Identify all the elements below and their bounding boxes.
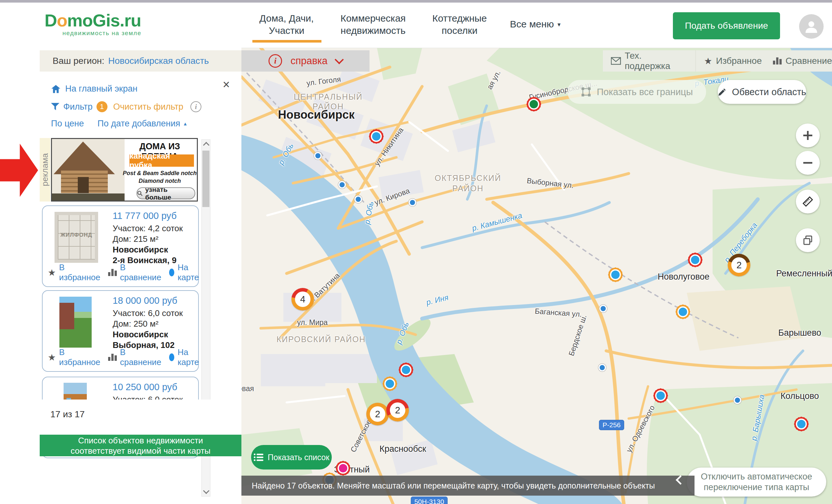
ad-house-photo — [52, 139, 125, 201]
caret-down-icon: ▼ — [556, 22, 562, 28]
scroll-up-icon[interactable] — [203, 142, 209, 148]
plus-icon — [802, 130, 813, 141]
cluster-marker[interactable]: 4 — [291, 288, 314, 310]
layers-icon — [802, 235, 813, 246]
ad-banner[interactable]: ДОМА ИЗ БРЕВНА канадская рубка Post & Be… — [51, 138, 198, 201]
logo-text: DomoGis.ru — [45, 11, 141, 29]
bar-chart-icon — [108, 354, 117, 361]
compare-link[interactable]: В сравнение — [120, 262, 161, 282]
nav-cottage-villages[interactable]: Коттеджныепоселки — [432, 12, 487, 36]
property-marker[interactable] — [383, 376, 397, 391]
draw-area-label: Обвести область — [732, 87, 806, 97]
header: DomoGis.ru недвижимость на земле Дома, Д… — [0, 3, 832, 48]
favorite-link[interactable]: В избранное — [59, 347, 100, 367]
scroll-down-icon[interactable] — [203, 487, 209, 494]
nav-all-menu[interactable]: Все меню▼ — [510, 18, 562, 30]
pencil-icon — [718, 87, 727, 96]
draw-area-button[interactable]: Обвести область — [718, 80, 806, 104]
show-list-label: Показать список — [268, 453, 330, 462]
home-icon — [51, 84, 61, 93]
close-icon[interactable]: × — [223, 78, 230, 91]
property-marker[interactable] — [399, 363, 413, 377]
site-logo[interactable]: DomoGis.ru недвижимость на земле — [45, 11, 141, 37]
show-all-borders-button[interactable]: Показать все границы — [567, 80, 706, 104]
tech-support-link[interactable]: Тех. поддержка — [611, 51, 687, 71]
ruler-icon — [801, 195, 814, 208]
property-marker[interactable] — [369, 129, 383, 143]
zoom-out-button[interactable] — [796, 151, 820, 175]
filter-info-icon[interactable]: i — [190, 101, 201, 112]
info-icon: i — [268, 54, 282, 68]
map-status-bar: Найдено 17 объектов. Меняйте масштаб или… — [241, 476, 695, 496]
comparison-link[interactable]: Сравнение — [773, 56, 832, 66]
star-icon: ★ — [704, 56, 712, 66]
ad-subtitle: канадская рубка — [129, 155, 194, 167]
map-type-toggle-line2: переключение типа карты — [704, 482, 809, 493]
region-link[interactable]: Новосибирская область — [108, 56, 209, 66]
listing-price[interactable]: 11 777 000 руб — [113, 211, 183, 221]
listing-area: Участок: 4,2 соток — [113, 223, 183, 234]
cluster-marker[interactable]: 2 — [366, 403, 389, 425]
home-screen-link[interactable]: На главный экран — [51, 84, 137, 94]
sort-caret-up-icon: ▲ — [183, 121, 187, 127]
listing-area: Участок: 6,0 соток — [113, 308, 183, 318]
listing-city: Новосибирск — [113, 329, 183, 340]
listing-thumbnail[interactable]: ЖИЛФОНД — [55, 212, 98, 263]
on-map-link[interactable]: На карте — [178, 262, 201, 282]
scrollbar-thumb[interactable] — [202, 150, 209, 207]
listing-price[interactable]: 10 250 000 руб — [113, 382, 189, 392]
nav-homes-dachas[interactable]: Дома, Дачи,Участки — [259, 12, 314, 36]
sort-row: По цене По дате добавления ▲ — [51, 119, 187, 129]
ad-feature-line2: Diamond notch — [122, 178, 197, 185]
property-marker[interactable] — [336, 461, 350, 475]
filter-count-badge: 1 — [97, 101, 107, 112]
copy-map-button[interactable] — [796, 228, 820, 252]
submit-listing-button[interactable]: Подать объявление — [673, 12, 780, 39]
comparison-label: Сравнение — [785, 56, 832, 66]
property-marker[interactable] — [676, 305, 690, 319]
cluster-marker[interactable]: 2 — [386, 399, 409, 421]
property-marker[interactable] — [608, 268, 623, 282]
map-canvas[interactable] — [241, 48, 832, 504]
on-map-link[interactable]: На карте — [178, 347, 201, 367]
sort-by-date-link[interactable]: По дате добавления — [98, 119, 180, 129]
listing-thumbnail[interactable] — [59, 297, 92, 347]
star-icon: ★ — [48, 352, 56, 363]
ruler-button[interactable] — [796, 190, 820, 214]
favorite-link[interactable]: В избранное — [59, 262, 100, 282]
nav-commercial[interactable]: Коммерческаянедвижимость — [340, 12, 406, 36]
footer-note-line2: соответствует видимой части карты — [40, 446, 241, 456]
property-marker[interactable] — [527, 97, 541, 111]
chevron-down-icon — [335, 55, 344, 64]
sort-by-price-link[interactable]: По цене — [51, 119, 84, 129]
avatar[interactable] — [799, 14, 824, 39]
listing-house: Дом: 250 м² — [113, 318, 183, 329]
favorites-link[interactable]: ★ Избранное — [704, 56, 762, 66]
listing-price[interactable]: 18 000 000 руб — [113, 296, 183, 306]
results-count: 17 из 17 — [50, 409, 84, 420]
browser-top-strip — [0, 0, 832, 3]
listing-house: Дом: 215 м² — [113, 234, 183, 245]
cluster-marker[interactable]: 2 — [728, 254, 750, 276]
bar-chart-icon — [773, 57, 782, 64]
active-nav-underline — [252, 40, 321, 43]
listing-city: Новосибирск — [113, 245, 183, 255]
listing-card[interactable]: ЖИЛФОНД 11 777 000 руб Участок: 4,2 сото… — [42, 205, 199, 287]
map-type-toggle-button[interactable]: Отключить автоматическое переключение ти… — [687, 468, 826, 497]
zoom-in-button[interactable] — [796, 123, 820, 147]
ad-learn-more-button[interactable]: узнать больше — [136, 187, 195, 199]
property-marker[interactable] — [794, 417, 808, 431]
filter-row: Фильтр 1 Очистить фильтр i — [51, 101, 201, 112]
property-marker[interactable] — [653, 389, 668, 403]
help-dropdown[interactable]: i справка — [241, 50, 369, 72]
filter-link[interactable]: Фильтр — [63, 102, 93, 112]
ad-feature-line1: Post & Beam Saddle notch — [122, 170, 197, 177]
map-dot-icon — [169, 269, 175, 276]
show-list-button[interactable]: Показать список — [251, 445, 332, 470]
listing-card[interactable]: 18 000 000 руб Участок: 6,0 соток Дом: 2… — [42, 290, 199, 372]
show-all-borders-label: Показать все границы — [597, 87, 693, 97]
region-strip: Ваш регион: Новосибирская область — [40, 50, 241, 72]
clear-filter-link[interactable]: Очистить фильтр — [113, 102, 183, 112]
property-marker[interactable] — [688, 253, 702, 267]
compare-link[interactable]: В сравнение — [120, 347, 161, 367]
